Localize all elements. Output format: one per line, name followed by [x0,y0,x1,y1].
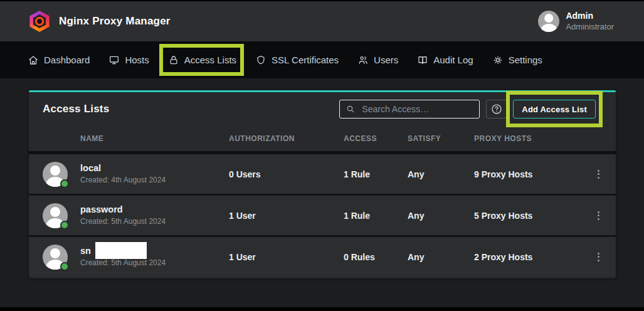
proxy-hosts-cell: 9 Proxy Hosts [474,169,581,179]
help-button[interactable] [486,100,507,119]
row-menu-kebab-icon[interactable] [595,209,602,223]
nav-item-settings[interactable]: Settings [492,55,542,66]
app-title: Nginx Proxy Manager [59,15,171,28]
search-icon [346,104,356,114]
column-header-satisfy: SATISFY [408,134,474,143]
proxy-hosts-cell: 2 Proxy Hosts [474,252,581,262]
row-avatar [43,245,68,270]
user-role: Administrator [566,22,614,32]
user-menu[interactable]: Admin Administrator [538,11,614,32]
status-online-dot [60,262,69,271]
users-icon [357,55,369,66]
nav-item-users[interactable]: Users [357,55,398,66]
access-cell: 1 Rule [344,169,408,179]
add-access-list-button[interactable]: Add Access List [513,100,596,119]
created-date: Created: 5th August 2024 [80,218,229,226]
nav-item-access-lists[interactable]: Access Lists [168,55,236,66]
help-circle-icon [490,103,503,115]
access-cell: 1 Rule [344,211,408,221]
row-avatar [43,162,68,187]
created-date: Created: 5th August 2024 [80,259,229,267]
shield-icon [255,55,267,66]
monitor-icon [108,55,120,66]
column-header-proxy-hosts: PROXY HOSTS [474,134,581,143]
table-row: local Created: 4th August 2024 0 Users 1… [29,154,616,196]
table-row: password Created: 5th August 2024 1 User… [29,196,616,237]
column-header-authorization: AUTHORIZATION [229,134,344,143]
lock-icon [168,55,179,66]
column-header-access: ACCESS [344,134,408,143]
table-row: sn Created: 5th August 2024 1 User 0 Rul… [29,237,616,277]
book-icon [417,55,428,66]
status-online-dot [60,221,69,229]
created-date: Created: 4th August 2024 [80,176,229,184]
nav-item-audit-log[interactable]: Audit Log [417,55,473,66]
app-logo-icon [29,11,50,32]
gear-icon [492,55,504,66]
header-bar: Nginx Proxy Manager Admin Administrator [0,1,644,41]
access-cell: 0 Rules [344,252,408,262]
panel-header: Access Lists Add Access List [29,92,616,126]
home-icon [28,55,39,66]
page-title: Access Lists [43,103,109,115]
redaction-box [95,242,147,259]
row-avatar [43,203,68,228]
column-header-name: NAME [80,134,229,143]
row-menu-kebab-icon[interactable] [595,167,602,181]
search-box [339,100,480,119]
table-header-row: NAME AUTHORIZATION ACCESS SATISFY PROXY … [29,126,616,154]
row-menu-kebab-icon[interactable] [595,250,602,264]
access-lists-panel: Access Lists Add Access List NAME AUTHOR… [29,90,616,278]
access-list-name: local [80,164,229,174]
window-bottom-edge [0,307,644,311]
user-name: Admin [566,11,614,22]
nav-item-dashboard[interactable]: Dashboard [28,55,90,66]
nav-item-ssl-certificates[interactable]: SSL Certificates [255,55,339,66]
table-body: local Created: 4th August 2024 0 Users 1… [29,154,616,277]
nav-item-hosts[interactable]: Hosts [108,55,149,66]
access-list-name: password [80,205,229,215]
authorization-cell: 0 Users [229,169,344,179]
satisfy-cell: Any [408,252,474,262]
status-online-dot [60,179,69,188]
satisfy-cell: Any [408,211,474,221]
authorization-cell: 1 User [229,211,344,221]
user-avatar [538,11,559,32]
main-nav: Dashboard Hosts Access Lists SSL Certifi… [0,41,644,78]
authorization-cell: 1 User [229,252,344,262]
satisfy-cell: Any [408,169,474,179]
proxy-hosts-cell: 5 Proxy Hosts [474,211,581,221]
search-input[interactable] [361,103,473,115]
